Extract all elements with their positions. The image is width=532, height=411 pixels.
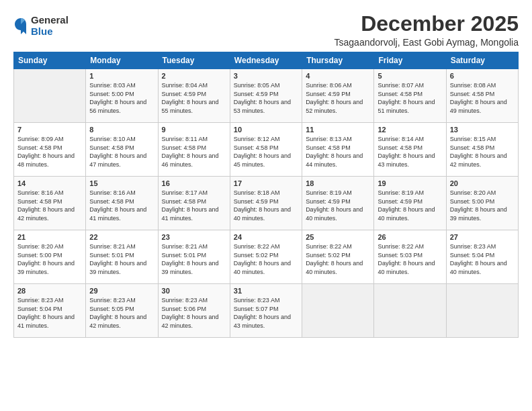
day-number: 19: [378, 179, 442, 187]
sunset-text: Sunset: 5:05 PM: [89, 306, 134, 312]
sunset-text: Sunset: 4:59 PM: [306, 198, 351, 205]
sunrise-text: Sunrise: 8:19 AM: [378, 189, 424, 196]
logo-icon: [13, 17, 28, 36]
daylight-text: Daylight: 8 hours and 51 minutes.: [378, 99, 435, 114]
calendar-cell: 15 Sunrise: 8:16 AM Sunset: 4:58 PM Dayl…: [86, 177, 158, 230]
sunrise-text: Sunrise: 8:22 AM: [378, 243, 424, 250]
day-info: Sunrise: 8:05 AM Sunset: 4:59 PM Dayligh…: [234, 81, 298, 115]
sunset-text: Sunset: 4:59 PM: [162, 91, 207, 97]
sunrise-text: Sunrise: 8:18 AM: [234, 189, 280, 196]
sunrise-text: Sunrise: 8:13 AM: [306, 136, 352, 142]
calendar-cell: 5 Sunrise: 8:07 AM Sunset: 4:58 PM Dayli…: [374, 69, 446, 123]
daylight-text: Daylight: 8 hours and 41 minutes.: [89, 206, 146, 222]
sunrise-text: Sunrise: 8:23 AM: [89, 297, 136, 304]
day-info: Sunrise: 8:06 AM Sunset: 4:59 PM Dayligh…: [306, 81, 370, 115]
sunset-text: Sunset: 5:02 PM: [306, 252, 351, 259]
sunrise-text: Sunrise: 8:12 AM: [234, 136, 280, 142]
sunset-text: Sunset: 4:58 PM: [306, 144, 351, 151]
sunset-text: Sunset: 4:58 PM: [162, 198, 207, 205]
day-info: Sunrise: 8:20 AM Sunset: 5:00 PM Dayligh…: [450, 189, 515, 222]
sunrise-text: Sunrise: 8:21 AM: [89, 243, 136, 250]
day-number: 13: [450, 126, 515, 134]
sunset-text: Sunset: 4:58 PM: [89, 144, 134, 151]
day-info: Sunrise: 8:15 AM Sunset: 4:58 PM Dayligh…: [450, 135, 515, 169]
day-number: 16: [162, 179, 226, 187]
day-info: Sunrise: 8:23 AM Sunset: 5:06 PM Dayligh…: [162, 296, 226, 330]
sunset-text: Sunset: 5:07 PM: [234, 306, 279, 312]
day-number: 3: [234, 72, 298, 80]
day-number: 29: [89, 287, 154, 295]
sunset-text: Sunset: 5:01 PM: [162, 252, 207, 259]
daylight-text: Daylight: 8 hours and 40 minutes.: [234, 260, 291, 275]
calendar-cell: 8 Sunrise: 8:10 AM Sunset: 4:58 PM Dayli…: [86, 123, 158, 177]
calendar-cell: 19 Sunrise: 8:19 AM Sunset: 4:59 PM Dayl…: [374, 177, 446, 230]
calendar-cell: 17 Sunrise: 8:18 AM Sunset: 4:59 PM Dayl…: [230, 177, 302, 230]
day-number: 6: [450, 72, 515, 80]
calendar-cell: 1 Sunrise: 8:03 AM Sunset: 5:00 PM Dayli…: [86, 69, 158, 123]
day-info: Sunrise: 8:10 AM Sunset: 4:58 PM Dayligh…: [89, 135, 154, 169]
day-info: Sunrise: 8:07 AM Sunset: 4:58 PM Dayligh…: [378, 81, 442, 115]
daylight-text: Daylight: 8 hours and 40 minutes.: [306, 260, 363, 275]
sunrise-text: Sunrise: 8:23 AM: [162, 297, 208, 304]
header-friday: Friday: [374, 52, 446, 69]
day-info: Sunrise: 8:19 AM Sunset: 4:59 PM Dayligh…: [306, 189, 370, 222]
day-info: Sunrise: 8:23 AM Sunset: 5:04 PM Dayligh…: [450, 242, 515, 276]
calendar-cell: 11 Sunrise: 8:13 AM Sunset: 4:58 PM Dayl…: [302, 123, 374, 177]
calendar-cell: [14, 69, 86, 123]
calendar-cell: 24 Sunrise: 8:22 AM Sunset: 5:02 PM Dayl…: [230, 230, 302, 284]
calendar-cell: 20 Sunrise: 8:20 AM Sunset: 5:00 PM Dayl…: [446, 177, 518, 230]
daylight-text: Daylight: 8 hours and 52 minutes.: [306, 99, 363, 114]
daylight-text: Daylight: 8 hours and 46 minutes.: [162, 152, 219, 168]
calendar-cell: [446, 284, 518, 338]
sunset-text: Sunset: 4:58 PM: [378, 91, 423, 97]
calendar-page: General Blue December 2025 Tsagaandorvol…: [0, 0, 532, 411]
day-info: Sunrise: 8:04 AM Sunset: 4:59 PM Dayligh…: [162, 81, 226, 115]
day-info: Sunrise: 8:23 AM Sunset: 5:07 PM Dayligh…: [234, 296, 298, 330]
day-info: Sunrise: 8:20 AM Sunset: 5:00 PM Dayligh…: [17, 242, 82, 276]
logo-blue-text: Blue: [31, 26, 69, 38]
page-header: General Blue December 2025 Tsagaandorvol…: [13, 12, 519, 48]
calendar-cell: 14 Sunrise: 8:16 AM Sunset: 4:58 PM Dayl…: [14, 177, 86, 230]
sunset-text: Sunset: 5:01 PM: [89, 252, 134, 259]
day-number: 8: [89, 126, 154, 134]
day-info: Sunrise: 8:08 AM Sunset: 4:58 PM Dayligh…: [450, 81, 515, 115]
day-number: 22: [89, 233, 154, 241]
calendar-cell: 13 Sunrise: 8:15 AM Sunset: 4:58 PM Dayl…: [446, 123, 518, 177]
day-info: Sunrise: 8:22 AM Sunset: 5:02 PM Dayligh…: [234, 242, 298, 276]
sunset-text: Sunset: 4:58 PM: [162, 144, 207, 151]
day-number: 9: [162, 126, 226, 134]
day-number: 11: [306, 126, 370, 134]
sunrise-text: Sunrise: 8:15 AM: [450, 136, 496, 142]
sunrise-text: Sunrise: 8:08 AM: [450, 82, 496, 89]
sunrise-text: Sunrise: 8:16 AM: [89, 189, 136, 196]
location-text: Tsagaandorvolj, East Gobi Aymag, Mongoli…: [335, 37, 519, 48]
day-info: Sunrise: 8:22 AM Sunset: 5:02 PM Dayligh…: [306, 242, 370, 276]
calendar-cell: 30 Sunrise: 8:23 AM Sunset: 5:06 PM Dayl…: [158, 284, 230, 338]
sunset-text: Sunset: 4:58 PM: [450, 91, 495, 97]
daylight-text: Daylight: 8 hours and 40 minutes.: [234, 206, 291, 222]
sunrise-text: Sunrise: 8:23 AM: [17, 297, 64, 304]
daylight-text: Daylight: 8 hours and 56 minutes.: [89, 99, 146, 114]
sunset-text: Sunset: 5:03 PM: [378, 252, 423, 259]
day-number: 25: [306, 233, 370, 241]
sunrise-text: Sunrise: 8:22 AM: [234, 243, 280, 250]
calendar-cell: 3 Sunrise: 8:05 AM Sunset: 4:59 PM Dayli…: [230, 69, 302, 123]
day-number: 15: [89, 179, 154, 187]
daylight-text: Daylight: 8 hours and 39 minutes.: [162, 260, 219, 275]
daylight-text: Daylight: 8 hours and 41 minutes.: [17, 314, 75, 329]
sunrise-text: Sunrise: 8:23 AM: [234, 297, 280, 304]
day-number: 12: [378, 126, 442, 134]
sunrise-text: Sunrise: 8:10 AM: [89, 136, 136, 142]
day-info: Sunrise: 8:22 AM Sunset: 5:03 PM Dayligh…: [378, 242, 442, 276]
calendar-cell: 31 Sunrise: 8:23 AM Sunset: 5:07 PM Dayl…: [230, 284, 302, 338]
daylight-text: Daylight: 8 hours and 40 minutes.: [378, 260, 435, 275]
day-number: 26: [378, 233, 442, 241]
header-thursday: Thursday: [302, 52, 374, 69]
daylight-text: Daylight: 8 hours and 39 minutes.: [89, 260, 146, 275]
calendar-cell: 21 Sunrise: 8:20 AM Sunset: 5:00 PM Dayl…: [14, 230, 86, 284]
sunrise-text: Sunrise: 8:07 AM: [378, 82, 424, 89]
logo-general-text: General: [31, 15, 69, 26]
day-number: 27: [450, 233, 515, 241]
day-number: 10: [234, 126, 298, 134]
day-number: 7: [17, 126, 82, 134]
